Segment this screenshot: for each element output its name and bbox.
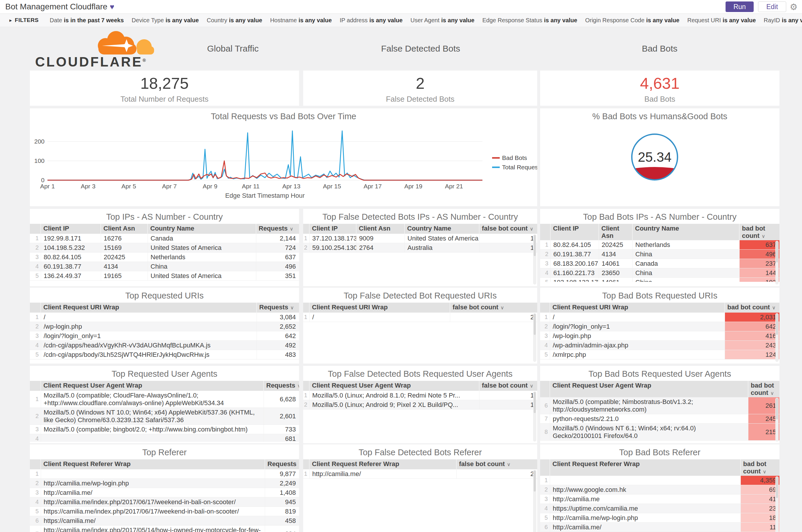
table-row[interactable]: 380.82.64.105202425Netherlands637 <box>30 252 299 262</box>
table-scrollbar[interactable] <box>533 234 536 284</box>
table-row[interactable]: 4681 <box>30 434 299 442</box>
scrollbar-thumb[interactable] <box>534 314 536 335</box>
filter-item[interactable]: Countryis any value <box>207 17 262 24</box>
column-header[interactable]: Client Request Referer Wrap <box>550 459 741 476</box>
column-header[interactable]: Client Asn <box>599 224 633 240</box>
table-row[interactable]: 461.160.221.7323650China144 <box>540 268 780 278</box>
table-row[interactable]: 14,359 <box>540 476 780 485</box>
column-header[interactable]: Client Asn <box>101 224 148 234</box>
column-header-measure[interactable]: bad bot count∨ <box>741 459 780 476</box>
column-header-measure[interactable]: bad bot count∨ <box>725 303 780 312</box>
column-header-measure[interactable]: false bot count∨ <box>450 303 537 312</box>
column-header[interactable]: Client IP <box>310 224 357 234</box>
column-header[interactable]: Country Name <box>633 224 740 240</box>
table-row[interactable]: 1/3,084 <box>30 312 299 322</box>
column-header-measure[interactable]: false bot count∨ <box>457 459 537 469</box>
column-header-measure[interactable]: Requests∨ <box>257 303 299 312</box>
table-scrollbar[interactable] <box>775 241 779 284</box>
column-header-measure[interactable]: false bot count∨ <box>479 224 537 234</box>
scrollbar-thumb[interactable] <box>534 235 536 256</box>
column-header[interactable]: Client Request Referer Wrap <box>310 459 457 469</box>
column-header[interactable]: Client IP <box>41 224 101 234</box>
table-row[interactable]: 7http://camilia.me/index.php/2017/05/14/… <box>30 526 299 532</box>
scrollbar-thumb[interactable] <box>534 471 536 492</box>
filters-caret-icon[interactable]: ▸ <box>9 17 12 23</box>
table-row[interactable]: 2Mozilla/5.0 (Windows NT 10.0; Win64; x6… <box>30 408 299 425</box>
scrollbar-thumb[interactable] <box>776 477 778 498</box>
table-scrollbar[interactable] <box>775 313 779 362</box>
table-row[interactable]: 5https://camilia.me/index.php/2017/06/17… <box>30 507 299 516</box>
scrollbar-thumb[interactable] <box>534 392 536 413</box>
table-row[interactable]: 4http://camilia.me/index.php/2017/06/17/… <box>30 497 299 507</box>
table-row[interactable]: 5/cdn-cgi/apps/body/3Lh52SjWTQ4HRlErJykH… <box>30 350 299 359</box>
table-row[interactable]: 1Mozilla/5.0 (compatible; CloudFlare-Alw… <box>30 391 299 408</box>
table-row[interactable]: 368.183.200.16714061Canada237 <box>540 259 780 268</box>
table-scrollbar[interactable] <box>775 398 779 441</box>
table-row[interactable]: 2/wp-login.php2,652 <box>30 322 299 331</box>
column-header-measure[interactable]: false bot count∨ <box>479 381 537 391</box>
table-row[interactable]: 8Mozilla/5.0 (Windows NT 6.1; Win64; x64… <box>540 424 780 441</box>
table-scrollbar[interactable] <box>775 476 779 532</box>
gear-icon[interactable]: ⚙ <box>790 2 798 12</box>
scrollbar-thumb[interactable] <box>776 241 778 263</box>
table-row[interactable]: 2/login/?login_only=1642 <box>540 322 780 331</box>
filter-item[interactable]: Device Typeis any value <box>132 17 199 24</box>
table-row[interactable]: 1Mozilla/5.0 (Linux; Android 8.1.0; Redm… <box>303 391 537 400</box>
table-row[interactable]: 180.82.64.105202425Netherlands637 <box>540 240 780 250</box>
column-header[interactable]: Client IP <box>551 224 599 240</box>
table-row[interactable]: 1192.99.8.17116276Canada2,144 <box>30 234 299 243</box>
table-row[interactable]: 5103.108.133.17314061China103 <box>540 278 780 282</box>
table-row[interactable]: 6http://camilia.me/11 <box>540 522 780 532</box>
edit-button[interactable]: Edit <box>758 1 786 12</box>
filter-item[interactable]: Hostnameis any value <box>270 17 332 24</box>
column-header[interactable]: Client Request User Agent Wrap <box>550 381 748 397</box>
table-row[interactable]: 5/xmlrpc.php124 <box>540 350 780 359</box>
filters-label[interactable]: FILTERS <box>15 17 39 23</box>
table-row[interactable]: 2http://camilia.me/wp-login.php2,249 <box>30 479 299 488</box>
column-header-measure[interactable]: Requests∨ <box>256 224 299 234</box>
table-row[interactable]: 4/cdn-cgi/apps/head/xVgyKhR-vV3dAUGhMqfB… <box>30 341 299 350</box>
column-header[interactable]: Client Request Referer Wrap <box>41 459 265 469</box>
table-scrollbar[interactable] <box>533 313 536 362</box>
filter-item[interactable]: RayIDis any value <box>764 17 802 24</box>
table-row[interactable]: 6https://camilia.me/458 <box>30 516 299 526</box>
table-row[interactable]: 5136.24.49.3719165United States of Ameri… <box>30 271 299 281</box>
table-row[interactable]: 137.120.138.1739009United States of Amer… <box>303 234 537 243</box>
filter-item[interactable]: Request URIis any value <box>687 17 756 24</box>
column-header-measure[interactable]: bad bot count∨ <box>748 381 780 397</box>
column-header[interactable]: Client Asn <box>357 224 405 234</box>
filter-item[interactable]: Edge Response Statusis any value <box>482 17 577 24</box>
table-row[interactable]: 3Mozilla/5.0 (compatible; bingbot/2.0; +… <box>30 425 299 434</box>
column-header[interactable]: Client Request URI Wrap <box>310 303 450 312</box>
table-row[interactable]: 3http://camilia.me41 <box>540 494 780 504</box>
table-row[interactable]: 3/login/?login_only=1642 <box>30 331 299 341</box>
table-row[interactable]: 3http://camilia.me/1,408 <box>30 488 299 497</box>
gauge-chart[interactable]: 25.34 <box>540 124 780 206</box>
table-row[interactable]: 4/wp-admin/admin-ajax.php243 <box>540 341 780 350</box>
column-header[interactable]: Client Request User Agent Wrap <box>310 381 479 391</box>
column-header-measure[interactable]: Requests∨ <box>265 459 299 469</box>
table-row[interactable]: 1/2,031 <box>540 312 780 322</box>
table-row[interactable]: 19,877 <box>30 469 299 479</box>
column-header[interactable]: Country Name <box>405 224 479 234</box>
run-button[interactable]: Run <box>726 1 754 12</box>
column-header-measure[interactable]: bad bot count∨ <box>740 224 780 240</box>
column-header[interactable]: Client Request URI Wrap <box>41 303 257 312</box>
table-scrollbar[interactable] <box>533 392 536 441</box>
table-row[interactable]: 2http://www.google.com.hk69 <box>540 485 780 494</box>
column-header[interactable]: Client Request User Agent Wrap <box>41 381 264 391</box>
filter-item[interactable]: IP addressis any value <box>340 17 403 24</box>
column-header[interactable]: Client Request URI Wrap <box>550 303 725 312</box>
table-row[interactable]: 1http://camilia.me/2 <box>303 469 537 479</box>
table-row[interactable]: 5http://camilia.me/wp-login.php18 <box>540 513 780 522</box>
filter-item[interactable]: User Agentis any value <box>410 17 474 24</box>
table-row[interactable]: 2104.198.5.23215169United States of Amer… <box>30 243 299 252</box>
filter-item[interactable]: Origin Response Codeis any value <box>585 17 680 24</box>
table-row[interactable]: 460.191.38.774134China496 <box>30 262 299 271</box>
table-row[interactable]: 1/2 <box>303 312 537 322</box>
timeseries-chart[interactable]: 0100200Apr 1Apr 3Apr 5Apr 7Apr 9Apr 11Ap… <box>30 124 537 206</box>
table-row[interactable]: 3/wp-login.php416 <box>540 331 780 341</box>
column-header-measure[interactable]: Requests∨ <box>264 381 299 391</box>
table-row[interactable]: 2Mozilla/5.0 (Linux; Android 9; Pixel 2 … <box>303 400 537 410</box>
table-row[interactable]: 6Mozilla/5.0 (compatible; Nimbostratus-B… <box>540 397 780 414</box>
